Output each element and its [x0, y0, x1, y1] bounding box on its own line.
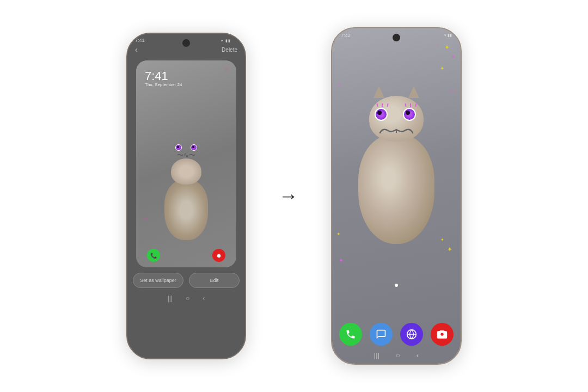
svg-text:▾ ▮▮: ▾ ▮▮: [221, 39, 231, 42]
deco-heart-top: ♡: [224, 67, 229, 72]
preview-phone-app: 📞: [147, 249, 160, 262]
preview-background: 7:41 Thu, September 24 ♡ ♡: [136, 60, 236, 267]
cat-body: 〜∿〜: [164, 180, 208, 240]
nav-home-icon[interactable]: ○: [186, 295, 189, 302]
sparkle-br2: ✦: [440, 237, 444, 242]
sparkle-tr3: ✦: [440, 65, 444, 71]
sparkle-bl: ✦: [339, 257, 344, 264]
lock-screen-time: 7:41 Thu, September 24: [145, 70, 182, 87]
nav-back-icon[interactable]: ‹: [203, 295, 205, 302]
wallpaper-action-buttons: Set as wallpaper Edit: [127, 273, 245, 288]
app-dock: [332, 318, 461, 348]
edit-button[interactable]: Edit: [189, 273, 240, 288]
heart-tr: ♡: [436, 44, 439, 48]
cat-mustache: 〜∿〜: [177, 151, 195, 160]
set-wallpaper-button[interactable]: Set as wallpaper: [133, 273, 183, 288]
nav-home-right[interactable]: ○: [396, 351, 400, 359]
cat-ear-left: [373, 86, 384, 98]
right-eye-group: [403, 103, 418, 121]
phone-right: 7:42 ▾ ▮▮ ✦ ✦ ✦ ♡ ♡ ✦ ✦ ✦ ✦ ♡: [331, 27, 462, 365]
wallpaper-preview-card: 7:41 Thu, September 24 ♡ ♡: [136, 60, 236, 267]
camera-notch-left: [182, 39, 190, 47]
heart-tl: ♡: [336, 82, 342, 89]
page-dot-indicator: [395, 284, 398, 287]
arrow-indicator: →: [279, 185, 298, 207]
eyelashes: [375, 103, 418, 121]
lash2: [382, 103, 383, 107]
big-eye-left: [375, 108, 388, 121]
dock-messages-app[interactable]: [370, 323, 393, 346]
nav-bar-left: ||| ○ ‹: [127, 291, 245, 304]
lock-date: Thu, September 24: [145, 82, 182, 87]
cat-ear-right: [408, 86, 419, 98]
dock-camera-app[interactable]: [431, 323, 454, 346]
sparkle-tr1: ✦: [444, 44, 450, 51]
main-scene: 7:41 ▾ ▮▮ ‹ Delete 7:41 Thu, September 2…: [0, 0, 588, 392]
lash6: [415, 103, 416, 106]
big-cat-mustache: [377, 125, 415, 140]
status-time-left: 7:41: [135, 38, 145, 43]
big-eye-right: [403, 108, 416, 121]
preview-camera-app: ⏺: [212, 249, 225, 262]
sparkle-tr2: ✦: [451, 54, 455, 59]
camera-notch-right: [393, 34, 400, 41]
right-phone-screen: 7:42 ▾ ▮▮ ✦ ✦ ✦ ♡ ♡ ✦ ✦ ✦ ✦ ♡: [332, 28, 461, 364]
phone-left: 7:41 ▾ ▮▮ ‹ Delete 7:41 Thu, September 2…: [126, 33, 246, 359]
cat-eye-left: [175, 144, 182, 151]
cat-eye-right: [191, 144, 197, 151]
lash1: [376, 103, 378, 106]
cat-preview: 〜∿〜: [162, 169, 211, 240]
cat-eyes: [175, 144, 197, 151]
dock-phone-app[interactable]: [339, 323, 362, 346]
left-eyelashes: [375, 103, 390, 107]
power-button: [461, 105, 462, 132]
wallpaper-display: ✦ ✦ ✦ ♡ ♡ ✦ ✦ ✦ ✦ ♡: [332, 38, 461, 318]
lash3: [387, 103, 388, 106]
right-eyelashes: [403, 103, 418, 107]
nav-recent-right[interactable]: |||: [374, 351, 379, 359]
status-time-right: 7:42: [341, 33, 351, 38]
lock-hour: 7:41: [145, 70, 182, 82]
status-icons-right: ▾ ▮▮: [444, 33, 452, 38]
lash4: [405, 103, 406, 106]
sparkle-bl2: ✦: [336, 231, 341, 237]
delete-button[interactable]: Delete: [222, 47, 237, 53]
deco-heart-left: ♡: [143, 217, 148, 224]
lash5: [410, 103, 411, 107]
nav-bar-right: ||| ○ ‹: [332, 348, 461, 364]
cat-head: 〜∿〜: [171, 158, 201, 185]
preview-apps: 📞 ⏺: [136, 249, 236, 262]
left-eye-group: [375, 103, 390, 121]
back-icon[interactable]: ‹: [135, 45, 138, 54]
big-cat-head: [369, 96, 424, 142]
nav-recent-icon[interactable]: |||: [168, 295, 173, 302]
dock-browser-app[interactable]: [400, 323, 423, 346]
big-cat-body: [358, 135, 434, 244]
status-icons-left: ▾ ▮▮: [221, 37, 237, 43]
nav-back-right[interactable]: ‹: [416, 351, 419, 359]
heart-r: ♡: [449, 87, 456, 96]
sparkle-br1: ✦: [447, 246, 452, 253]
